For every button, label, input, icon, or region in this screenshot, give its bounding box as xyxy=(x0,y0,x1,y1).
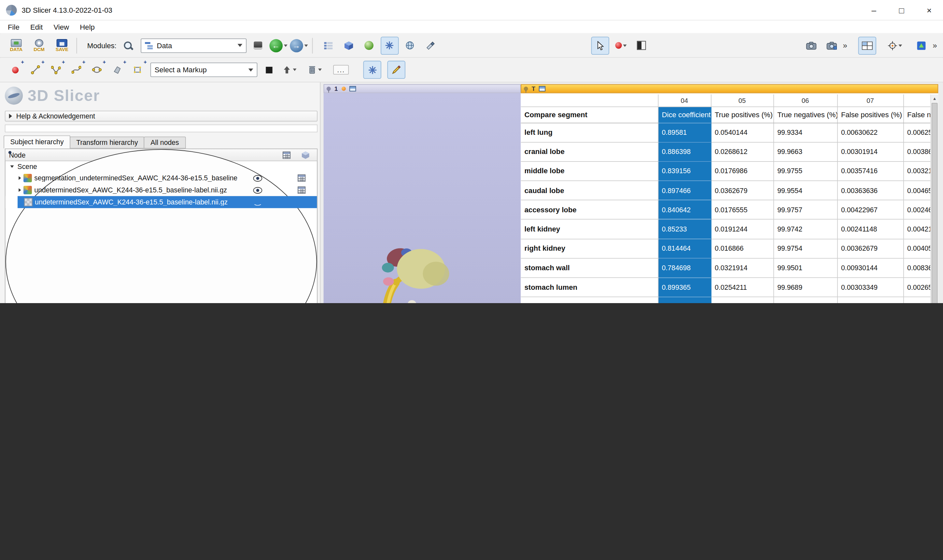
module-selector-combobox[interactable]: Data xyxy=(141,38,246,52)
value-cell[interactable]: 0.00362679 xyxy=(837,239,903,258)
column-number[interactable] xyxy=(521,94,658,106)
value-cell[interactable]: 0.899365 xyxy=(658,278,711,297)
markups-module-button[interactable] xyxy=(363,61,381,79)
value-cell[interactable]: 0.840642 xyxy=(658,200,711,220)
value-cell[interactable]: 99.9755 xyxy=(773,162,837,181)
value-cell[interactable]: 0.0362679 xyxy=(711,181,773,200)
expanded-arrow-icon[interactable] xyxy=(10,165,14,168)
tree-item[interactable]: undeterminedSex_AAWC_K244-36-e15.5_basel… xyxy=(6,196,317,208)
node-column-header[interactable]: Node xyxy=(9,151,26,158)
maximize-view-icon[interactable] xyxy=(539,86,545,91)
markups-toolbar-toggle-button[interactable] xyxy=(381,37,398,54)
value-cell[interactable]: 0.0268612 xyxy=(711,142,773,161)
create-roi-button[interactable]: + xyxy=(129,61,146,79)
value-cell[interactable]: 99.7126 xyxy=(773,297,837,303)
module-back-button[interactable]: ← xyxy=(269,37,287,54)
value-cell[interactable]: 0.0254211 xyxy=(711,278,773,297)
value-cell[interactable]: 99.9554 xyxy=(773,181,837,200)
menu-edit[interactable]: Edit xyxy=(25,22,48,32)
close-button[interactable]: × xyxy=(915,0,943,20)
value-cell[interactable]: 0.0191244 xyxy=(711,220,773,238)
edit-markup-button[interactable] xyxy=(387,61,405,79)
value-cell[interactable]: 0.00422967 xyxy=(837,200,903,220)
extensions-button[interactable] xyxy=(912,37,930,54)
menu-view[interactable]: View xyxy=(48,22,75,32)
table-column-icon[interactable] xyxy=(298,174,305,182)
maximize-view-icon[interactable] xyxy=(349,86,355,91)
value-cell[interactable]: 0.00246 xyxy=(903,200,930,220)
segment-name-cell[interactable]: stomach wall xyxy=(521,258,658,277)
toolbar-overflow-button[interactable]: » xyxy=(930,41,940,50)
tab-subject-hierarchy[interactable]: Subject hierarchy xyxy=(3,135,70,149)
pin-icon[interactable] xyxy=(524,87,528,91)
maximize-button[interactable]: □ xyxy=(888,0,915,20)
volume-rendering-button[interactable] xyxy=(360,37,378,54)
value-cell[interactable]: 0.00930144 xyxy=(837,258,903,277)
window-level-button[interactable] xyxy=(632,37,650,54)
value-cell[interactable]: 99.9754 xyxy=(773,239,837,258)
value-cell[interactable]: 0.00421 xyxy=(903,220,930,238)
value-cell[interactable]: 0.0176986 xyxy=(711,162,773,181)
segment-name-cell[interactable]: cranial lobe xyxy=(521,142,658,161)
column-number[interactable] xyxy=(903,94,930,106)
markup-selector-combobox[interactable]: Select a Markup xyxy=(151,63,258,77)
delete-markup-button[interactable] xyxy=(305,61,323,79)
value-cell[interactable]: 99.9689 xyxy=(773,278,837,297)
view-3d[interactable]: 1 xyxy=(324,84,521,303)
column-header[interactable]: Compare segment xyxy=(521,106,658,123)
table-column-icon[interactable] xyxy=(298,186,305,194)
crosshair-globe-button[interactable] xyxy=(401,37,419,54)
value-cell[interactable]: 0.00836 xyxy=(903,258,930,277)
value-cell[interactable]: 99.9334 xyxy=(773,123,837,142)
value-cell[interactable]: 0.784698 xyxy=(658,258,711,277)
create-open-curve-button[interactable]: + xyxy=(68,61,85,79)
value-cell[interactable]: 0.897466 xyxy=(658,181,711,200)
value-cell[interactable]: 0.00630622 xyxy=(837,123,903,142)
value-cell[interactable]: 0.234804 xyxy=(711,297,773,303)
create-line-button[interactable]: + xyxy=(26,61,44,79)
value-cell[interactable]: 0.89581 xyxy=(658,123,711,142)
value-cell[interactable]: 0.00301914 xyxy=(837,142,903,161)
screenshot-button[interactable] xyxy=(802,37,820,54)
transform-column-icon[interactable] xyxy=(301,151,310,159)
place-mode-button[interactable] xyxy=(260,61,278,79)
value-cell[interactable]: 0.016866 xyxy=(711,239,773,258)
column-number[interactable]: 05 xyxy=(711,94,773,106)
module-history-button[interactable] xyxy=(249,37,267,54)
value-cell[interactable]: 0.0267321 xyxy=(837,297,903,303)
value-cell[interactable]: 0.02589 xyxy=(903,297,930,303)
value-cell[interactable]: 0.839156 xyxy=(658,162,711,181)
value-cell[interactable]: 0.00241148 xyxy=(837,220,903,238)
create-angle-button[interactable]: + xyxy=(47,61,65,79)
segment-name-cell[interactable]: left lung xyxy=(521,123,658,142)
tree-item[interactable]: undeterminedSex_AAWC_K244-36-e15.5_basel… xyxy=(6,184,317,196)
scene-view-button[interactable] xyxy=(823,37,840,54)
load-dicom-button[interactable]: DCM xyxy=(29,35,49,56)
view-3d-canvas[interactable] xyxy=(324,93,521,303)
value-cell[interactable]: 99.9501 xyxy=(773,258,837,277)
value-cell[interactable]: 0.85233 xyxy=(658,220,711,238)
value-cell[interactable]: 0.00465 xyxy=(903,181,930,200)
create-closed-curve-button[interactable]: + xyxy=(88,61,106,79)
segment-name-cell[interactable]: stomach lumen xyxy=(521,278,658,297)
visibility-column-icon[interactable] xyxy=(263,152,272,158)
value-cell[interactable]: 0.00265 xyxy=(903,278,930,297)
value-cell[interactable]: 0.0176555 xyxy=(711,200,773,220)
segment-name-cell[interactable]: middle lobe xyxy=(521,162,658,181)
vertical-scrollbar[interactable]: ▲ ▼ xyxy=(930,94,938,303)
column-number[interactable]: 04 xyxy=(658,94,711,106)
tab-transform-hierarchy[interactable]: Transform hierarchy xyxy=(70,137,145,148)
scrollbar-thumb[interactable] xyxy=(932,103,937,303)
minimize-button[interactable]: – xyxy=(860,0,888,20)
value-cell[interactable]: 0.00321 xyxy=(903,162,930,181)
value-cell[interactable]: 0.00363636 xyxy=(837,181,903,200)
scroll-up-button[interactable]: ▲ xyxy=(931,94,938,102)
segment-compare-table-container[interactable]: 04050607 Compare segmentDice coefficient… xyxy=(521,94,930,303)
mouse-interaction-button[interactable] xyxy=(591,37,609,54)
column-header[interactable]: True positives (%) xyxy=(711,106,773,123)
segment-name-cell[interactable]: medial lobe of liver xyxy=(521,297,658,303)
column-header[interactable]: False ne xyxy=(903,106,930,123)
visibility-eye-closed-icon[interactable] xyxy=(253,199,263,206)
visibility-eye-icon[interactable] xyxy=(253,175,263,182)
value-cell[interactable]: 0.0540144 xyxy=(711,123,773,142)
